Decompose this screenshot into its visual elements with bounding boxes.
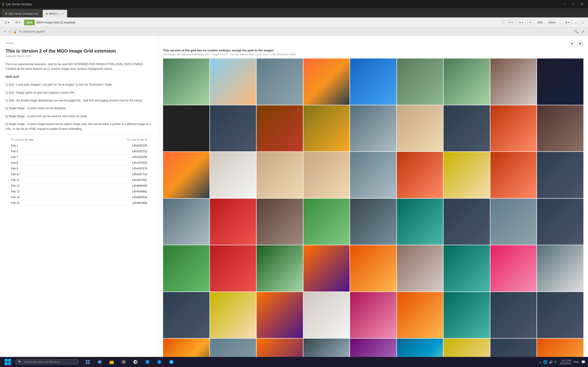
taskbar-explorer[interactable] (107, 357, 117, 367)
taskbar-edge[interactable] (95, 357, 105, 367)
grid-cell[interactable] (350, 245, 397, 292)
grid-cell[interactable] (303, 58, 350, 105)
grid-cell[interactable] (490, 292, 537, 338)
smart-search-button[interactable]: ⊟▾ (563, 20, 572, 25)
table-row[interactable]: Feb 51454292310 (11, 149, 147, 154)
grid-cell[interactable] (163, 245, 209, 292)
grid-cell[interactable] (537, 292, 583, 338)
taskbar-chrome[interactable] (130, 357, 141, 367)
grid-cell[interactable] (537, 58, 583, 105)
taskbar-arrow[interactable]: ▲ (539, 361, 542, 363)
about-button[interactable]: About (546, 20, 557, 25)
grid-cell[interactable] (443, 292, 490, 338)
save-button[interactable]: Save (24, 20, 35, 25)
grid-cell[interactable] (163, 152, 209, 198)
grid-cell[interactable] (537, 339, 583, 357)
tab-hub[interactable]: Qlik Sense Desktop hub (2, 10, 42, 17)
table-row[interactable]: Feb 121454646493 (11, 183, 147, 189)
grid-cell[interactable] (257, 339, 303, 357)
grid-cell[interactable] (397, 199, 443, 245)
grid-cell[interactable] (443, 339, 490, 357)
bookmark-button[interactable]: ◫▾ (517, 20, 526, 25)
close-button[interactable]: ✕ (578, 1, 586, 7)
grid-ctrl-2[interactable]: ⊕ (577, 40, 583, 47)
grid-cell[interactable] (163, 292, 209, 338)
grid-cell[interactable] (537, 245, 583, 292)
grid-cell[interactable] (443, 105, 490, 152)
taskbar-task-view[interactable] (83, 357, 93, 367)
table-row[interactable]: Feb 131454649862 (11, 189, 147, 194)
grid-cell[interactable] (537, 152, 583, 198)
grid-cell[interactable] (210, 292, 256, 338)
taskbar-skype[interactable]: S (166, 357, 176, 367)
sel-expand-icon[interactable]: ↩ (8, 30, 11, 33)
grid-cell[interactable] (303, 105, 350, 152)
grid-cell[interactable] (210, 152, 256, 198)
taskbar-settings[interactable] (119, 357, 129, 367)
grid-cell[interactable] (490, 199, 537, 245)
search-icon-btn[interactable]: 🔍 (574, 29, 579, 34)
grid-cell[interactable] (257, 152, 303, 198)
taskbar-unknown1[interactable]: F (142, 357, 153, 367)
grid-cell[interactable] (397, 152, 443, 198)
grid-cell[interactable] (163, 199, 209, 245)
grid-cell[interactable] (397, 58, 443, 105)
grid-cell[interactable] (490, 339, 537, 357)
grid-cell[interactable] (257, 58, 303, 105)
minimize-button[interactable]: ─ (561, 1, 569, 7)
grid-cell[interactable] (257, 292, 303, 338)
table-row[interactable]: Feb 81454297623 (11, 160, 147, 166)
grid-cell[interactable] (210, 58, 256, 105)
grid-cell[interactable] (397, 105, 443, 152)
taskbar-unknown2[interactable]: S (154, 357, 164, 367)
grid-cell[interactable] (350, 58, 397, 105)
menu-button[interactable]: ☰▾ (13, 20, 22, 25)
info-icon[interactable]: ⓘ (502, 20, 505, 24)
grid-ctrl-1[interactable]: ⊙ (569, 40, 575, 47)
grid-cell[interactable] (443, 199, 490, 245)
grid-cell[interactable] (350, 199, 397, 245)
table-row[interactable]: Feb 71454292456 (11, 154, 147, 160)
maximize-button[interactable]: □ (569, 1, 578, 7)
grid-cell[interactable] (303, 245, 350, 292)
grid-cell[interactable] (257, 245, 303, 292)
grid-cell[interactable] (490, 152, 537, 198)
grid-cell[interactable] (537, 199, 583, 245)
grid-cell[interactable] (490, 105, 537, 152)
table-row[interactable]: Feb 91454297674 (11, 166, 147, 172)
tab-mgo[interactable]: MGO I... ✕ (43, 10, 67, 17)
nav-next-button[interactable]: › (580, 19, 585, 25)
grid-cell[interactable] (210, 245, 256, 292)
grid-cell[interactable] (350, 292, 397, 338)
grid-cell[interactable] (303, 339, 350, 357)
taskbar-volume[interactable]: 🔊 (549, 360, 553, 364)
taskbar-network[interactable]: 🌐 (543, 360, 548, 364)
table-row[interactable]: Feb 151454863868 (11, 200, 147, 206)
grid-cell[interactable] (303, 199, 350, 245)
grid-cell[interactable] (490, 245, 537, 292)
taskbar-clock[interactable]: 5:57 PM 3/15/2016 (560, 359, 571, 365)
nav-prev-button[interactable]: ‹ (573, 19, 578, 25)
grid-cell[interactable] (163, 105, 209, 152)
grid-cell[interactable] (303, 152, 350, 198)
taskbar-search[interactable]: 🔍 Search the web and Windows (15, 359, 79, 365)
start-button[interactable] (3, 358, 13, 366)
expand-icon-btn[interactable]: ⤢ (581, 29, 584, 34)
edit-button[interactable]: Edit (536, 20, 544, 25)
grid-cell[interactable] (397, 339, 443, 357)
grid-cell[interactable] (303, 292, 350, 338)
grid-cell[interactable] (350, 152, 397, 198)
grid-cell[interactable] (210, 105, 256, 152)
tab-close-icon[interactable]: ✕ (62, 12, 64, 15)
table-row[interactable]: Feb 11454292235 (11, 143, 147, 149)
grid-cell[interactable] (350, 339, 397, 357)
grid-cell[interactable] (210, 199, 256, 245)
grid-cell[interactable] (490, 58, 537, 105)
table-row[interactable]: Feb 111454637981 (11, 177, 147, 183)
taskbar-notifications[interactable]: 💬 (581, 360, 585, 364)
grid-cell[interactable] (443, 245, 490, 292)
grid-cell[interactable] (257, 105, 303, 152)
grid-cell[interactable] (210, 339, 256, 357)
grid-cell[interactable] (397, 292, 443, 338)
grid-cell[interactable] (537, 105, 583, 152)
